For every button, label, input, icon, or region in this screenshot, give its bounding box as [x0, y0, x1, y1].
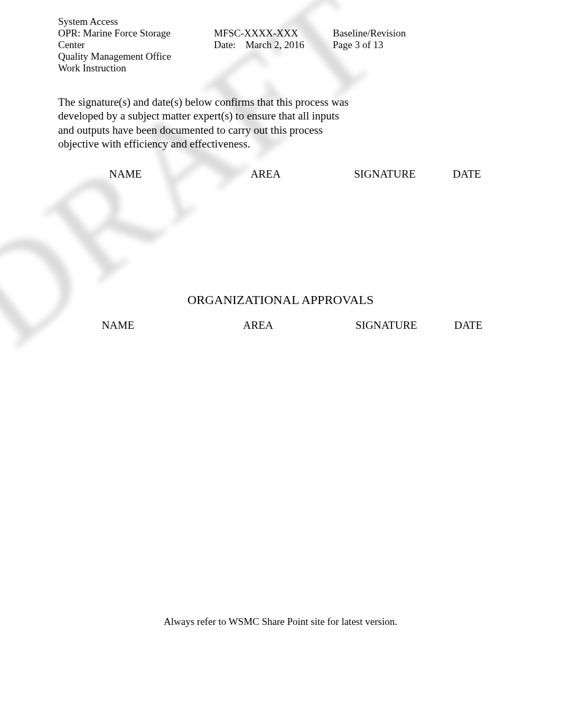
cell-name: [59, 206, 193, 218]
table-row: [59, 218, 503, 229]
cell-signature: [339, 218, 431, 229]
cell-signature: [339, 253, 431, 264]
cell-area: [192, 229, 339, 241]
opr-line1: OPR: Marine Force Storage: [58, 27, 214, 39]
opr-line3: Quality Management Office: [58, 51, 214, 62]
cell-area: [192, 218, 339, 229]
cell-name: [59, 334, 178, 346]
cell-area: [192, 195, 339, 206]
cell-date: [431, 229, 502, 241]
cell-name: [59, 183, 193, 195]
table-row: [59, 346, 503, 357]
cell-name: [59, 218, 193, 229]
org-col-area: AREA: [177, 317, 339, 334]
cell-name: [59, 229, 193, 241]
table-row: [59, 195, 503, 206]
cell-name: [59, 195, 193, 206]
table-row: [59, 206, 503, 218]
cell-name: [59, 346, 178, 357]
page-number: Page 3 of 13: [333, 39, 503, 51]
cell-date: [431, 253, 502, 264]
cell-date: [431, 195, 502, 206]
cell-signature: [339, 241, 431, 253]
table-row: [59, 183, 503, 195]
cell-area: [192, 241, 339, 253]
sig-col-date: DATE: [431, 166, 502, 183]
date-label: Date:: [214, 39, 243, 51]
org-col-date: DATE: [434, 317, 503, 334]
cell-date: [431, 206, 502, 218]
cell-signature: [339, 195, 431, 206]
signature-table: NAME AREA SIGNATURE DATE: [58, 165, 503, 276]
footer-note: Always refer to WSMC Share Point site fo…: [0, 616, 561, 628]
intro-paragraph: The signature(s) and date(s) below confi…: [58, 95, 354, 151]
cell-date: [431, 218, 502, 229]
cell-date: [434, 334, 503, 346]
cell-signature: [339, 346, 434, 357]
cell-signature: [339, 183, 431, 195]
cell-name: [59, 241, 193, 253]
cell-name: [59, 264, 193, 276]
cell-date: [434, 346, 503, 357]
cell-signature: [339, 334, 434, 346]
cell-area: [192, 183, 339, 195]
table-row: [59, 264, 503, 276]
cell-area: [192, 253, 339, 264]
org-col-signature: SIGNATURE: [339, 317, 434, 334]
cell-name: [59, 253, 193, 264]
table-row: [59, 253, 503, 264]
org-approvals-table: NAME AREA SIGNATURE DATE: [58, 317, 503, 357]
baseline-revision: Baseline/Revision: [333, 27, 503, 39]
opr-line4: Work Instruction: [58, 62, 214, 74]
date-value: March 2, 2016: [246, 39, 304, 50]
sig-col-signature: SIGNATURE: [339, 166, 431, 183]
table-row: [59, 229, 503, 241]
cell-date: [431, 183, 502, 195]
cell-signature: [339, 206, 431, 218]
cell-area: [177, 346, 339, 357]
sig-col-area: AREA: [192, 166, 339, 183]
org-col-name: NAME: [59, 317, 178, 334]
table-row: [59, 241, 503, 253]
cell-signature: [339, 229, 431, 241]
doc-title: System Access: [58, 16, 118, 27]
cell-signature: [339, 264, 431, 276]
cell-area: [192, 264, 339, 276]
cell-area: [192, 206, 339, 218]
opr-line2: Center: [58, 39, 214, 51]
table-row: [59, 334, 503, 346]
document-header: System Access OPR: Marine Force Storage …: [58, 16, 503, 74]
org-approvals-title: ORGANIZATIONAL APPROVALS: [58, 293, 503, 307]
sig-col-name: NAME: [59, 166, 193, 183]
cell-date: [431, 264, 502, 276]
cell-area: [177, 334, 339, 346]
doc-code: MFSC-XXXX-XXX: [214, 27, 333, 39]
cell-date: [431, 241, 502, 253]
